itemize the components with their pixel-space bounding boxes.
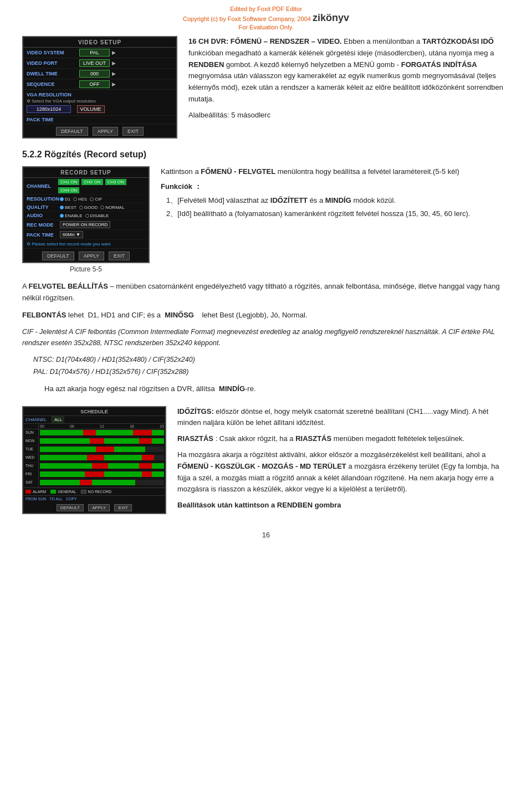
rs-label-quality: QUALITY xyxy=(27,204,60,210)
vs-value-video-system: PAL xyxy=(79,49,110,57)
vs-buttons: DEFAULT APPLY EXIT xyxy=(23,124,176,137)
vs-packtime-label: PACK TIME xyxy=(27,117,63,122)
section1-video-setup: VIDEO SETUP VIDEO SYSTEM PAL ▶ VIDEO POR… xyxy=(22,36,510,139)
sch-legend: ALARM GENERAL NO RECORD xyxy=(23,488,165,496)
felvgtel-paragraph: A FELVGTEL BEÁLLÍTÁS – menüben csatornán… xyxy=(22,281,510,304)
sch-bars-tue xyxy=(40,447,164,453)
vs-arrow-sequence: ▶ xyxy=(112,81,116,87)
sch-time-18: 18 xyxy=(130,424,134,428)
rs-default-button[interactable]: DEFAULT xyxy=(42,252,74,260)
section3-text: IDŐZÍTGS: először döntse el, hogy melyik… xyxy=(177,406,510,514)
rs-packtime-val: 60Min ▼ xyxy=(60,231,83,238)
sch-day-tue: TUE xyxy=(23,446,39,454)
felbontas-paragraph: FELBONTÁS lehet D1, HD1 and CIF; és a MI… xyxy=(22,310,510,321)
section1-body1: Ebben a menülontban a TARTÓZKODÁSI IDŐ f… xyxy=(188,37,503,103)
sch-row-fri: FRI xyxy=(23,471,165,479)
vs-row-sequence: SEQUENCE OFF ▶ xyxy=(23,79,176,90)
rs-radio-best-dot xyxy=(60,206,64,209)
mindig-paragraph: Ha azt akarja hogy egész nal rögzítsen a… xyxy=(44,383,510,395)
header-evaluation: For Evaluation Only. xyxy=(239,24,294,30)
rs-please-text: ⚙ Please select the record mode you want xyxy=(23,240,149,249)
header-copyright: Copyright (c) by Foxit Software Company,… xyxy=(183,16,311,22)
vs-value-dwell-time: 000 xyxy=(79,70,110,78)
sch-row-thu: THU xyxy=(23,463,165,471)
sch-header-row: CHANNEL ALL xyxy=(23,416,165,424)
sch-default-button[interactable]: DEFAULT xyxy=(57,504,84,511)
rs-label-audio: AUDIO xyxy=(27,213,60,218)
sch-time-23: 23 xyxy=(160,424,164,428)
rs-resolution-hd1: HD1 xyxy=(73,197,87,202)
mozgas-paragraph: Ha mozgásra akarja a rögzítést aktiválni… xyxy=(177,449,510,495)
section1-text: 16 CH DVR: FŐMENÜ – RENDSZER – VIDEO. Eb… xyxy=(188,36,510,139)
header-edited-by: Edited by Foxit PDF Editor xyxy=(230,6,302,12)
sch-general-label: GENERAL xyxy=(58,490,76,494)
sch-day-sun: SUN xyxy=(23,429,39,437)
vs-label-video-system: VIDEO SYSTEM xyxy=(27,50,79,55)
rs-buttons: DEFAULT APPLY EXIT xyxy=(23,249,149,262)
sch-copy[interactable]: COPY xyxy=(66,497,77,501)
sch-row-mon: MON xyxy=(23,438,165,446)
rs-audio-disable: DISABLE xyxy=(85,213,109,218)
rs-row-packtime: PACK TIME 60Min ▼ xyxy=(23,230,149,240)
vs-exit-button[interactable]: EXIT xyxy=(122,127,144,136)
vs-label-sequence: SEQUENCE xyxy=(27,81,79,87)
vs-default-button[interactable]: DEFAULT xyxy=(56,127,88,136)
sch-norecord-label: NO RECORD xyxy=(88,490,112,494)
rs-audio-enable: ENABLE xyxy=(60,213,83,218)
rs-label-resolution: RESOLUTION xyxy=(27,196,60,202)
vs-packtime-row: PACK TIME xyxy=(23,116,176,124)
rs-radio-cif-dot xyxy=(90,197,94,201)
vs-resolution-section: VGA RESOLUTION ⚙ Select the VGA output r… xyxy=(23,90,176,116)
sch-bars-sun xyxy=(40,430,164,437)
rs-row-audio: AUDIO ENABLE DISABLE xyxy=(23,212,149,220)
picture-label: Picture 5-5 xyxy=(70,265,102,273)
vs-arrow-dwell-time: ▶ xyxy=(112,71,116,76)
section2-funkciok-title: Funkciók ： xyxy=(161,182,202,191)
vs-res-value: 1280x1024 xyxy=(27,105,71,113)
vs-res-label: VGA RESOLUTION xyxy=(27,92,173,98)
sch-day-fri: FRI xyxy=(23,471,39,479)
sch-exit-button[interactable]: EXIT xyxy=(114,504,132,511)
sch-title: SCHEDULE xyxy=(23,407,165,416)
idozitgs-text: először döntse el, hogy melyik csatornát… xyxy=(177,407,488,427)
sch-bars-sat xyxy=(40,480,164,486)
rs-apply-button[interactable]: APPLY xyxy=(79,252,104,260)
sch-day-wed: WED xyxy=(23,454,39,462)
vs-arrow-video-system: ▶ xyxy=(112,50,116,55)
vs-label-video-port: VIDEO PORT xyxy=(27,60,79,66)
sch-time-00: 00 xyxy=(40,424,44,428)
rs-radio-enable-dot xyxy=(60,214,64,218)
video-setup-screen: VIDEO SETUP VIDEO SYSTEM PAL ▶ VIDEO POR… xyxy=(22,36,177,139)
page-number: 16 xyxy=(22,531,510,539)
rs-row-channel: CHANNEL CH1 ON CH2 ON CH3 ON CH4 ON xyxy=(23,178,149,195)
sch-time-12: 12 xyxy=(100,424,104,428)
sch-norecord-color xyxy=(81,490,86,494)
sch-copy-row: FROM SUN TO ALL COPY xyxy=(23,496,165,502)
rs-exit-button[interactable]: EXIT xyxy=(109,252,130,260)
sch-row-sat: SAT xyxy=(23,479,165,488)
sch-general-color xyxy=(50,490,56,494)
vs-row-video-port: VIDEO PORT LIVE OUT ▶ xyxy=(23,58,176,69)
rs-radio-good-dot xyxy=(79,206,83,209)
sch-bars-thu xyxy=(40,463,164,470)
rs-radio-hd1-dot xyxy=(73,197,77,201)
sch-alarm-color xyxy=(25,490,31,494)
rs-label-recmode: REC MODE xyxy=(27,222,60,228)
ntsc-pal-section: NTSC: D1(704x480) / HD1(352x480) / CIF(3… xyxy=(33,354,510,378)
sch-time-06: 06 xyxy=(70,424,74,428)
idozitgs-label: IDŐZÍTGS: xyxy=(177,407,214,416)
rs-radio-d1-dot xyxy=(60,197,64,201)
vs-arrow-video-port: ▶ xyxy=(112,60,116,66)
section2-record-setup: RECORD SETUP CHANNEL CH1 ON CH2 ON CH3 O… xyxy=(22,166,510,273)
section2-text: Kattintson a FŐMENÜ - FELVGTEL menülontr… xyxy=(161,166,510,273)
pal-line: PAL: D1(704x576) / HD1(352x576) / CIF(35… xyxy=(33,366,510,378)
section3-schedule: SCHEDULE CHANNEL ALL 00 06 12 18 23 xyxy=(22,406,510,514)
vs-label-dwell-time: DWELL TIME xyxy=(27,71,79,76)
rs-resolution-cif: CIF xyxy=(90,197,102,202)
vs-apply-button[interactable]: APPLY xyxy=(93,127,118,136)
rs-radio-disable-dot xyxy=(85,214,89,218)
sch-channel-label: CHANNEL xyxy=(23,416,52,423)
sch-apply-button[interactable]: APPLY xyxy=(88,504,110,511)
sch-legend-alarm: ALARM xyxy=(25,490,46,494)
header-brand: zikönyv xyxy=(313,12,349,23)
